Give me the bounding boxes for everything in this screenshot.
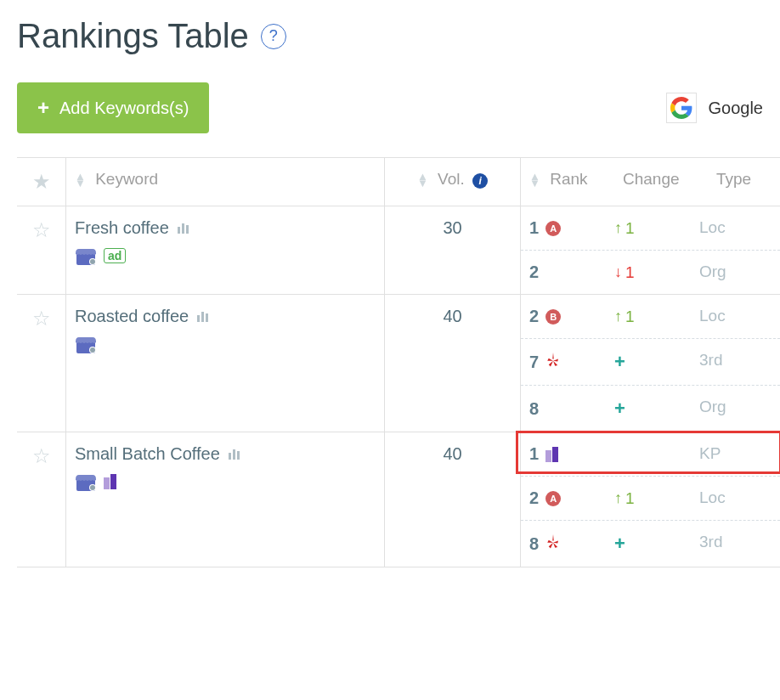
rank-value: 1: [529, 218, 539, 238]
add-keywords-label: Add Keywords(s): [59, 99, 189, 118]
rank-row[interactable]: 1 KP: [521, 432, 780, 476]
column-type: Type: [708, 158, 780, 206]
type-cell: Org: [699, 262, 767, 282]
rank-badge: A: [545, 491, 561, 506]
sort-icon: ▲▼: [417, 173, 428, 187]
rank-value: 2: [529, 262, 539, 282]
type-cell: Loc: [699, 307, 767, 326]
svg-point-1: [90, 259, 95, 264]
column-change-label: Change: [623, 170, 680, 188]
help-icon[interactable]: ?: [261, 24, 286, 49]
yelp-icon: [545, 534, 561, 554]
change-cell: +: [614, 533, 699, 555]
row-star[interactable]: ☆: [17, 432, 66, 567]
column-volume-label: Vol.: [438, 170, 465, 188]
volume-value: 30: [443, 218, 461, 237]
change-cell: ↑1: [614, 488, 699, 508]
arrow-up-icon: ↑: [614, 308, 622, 325]
sort-icon: ▲▼: [529, 173, 540, 187]
type-cell: 3rd: [699, 533, 767, 555]
column-rank[interactable]: ▲▼ Rank: [521, 158, 614, 206]
plus-icon: +: [37, 96, 49, 120]
rankings-table: ★ ▲▼ Keyword ▲▼ Vol. i ▲▼ Rank Change Ty…: [17, 157, 780, 567]
volume-cell: 30: [385, 206, 521, 294]
arrow-down-icon: ↓: [614, 263, 622, 281]
rank-badge: B: [545, 309, 561, 325]
keyword-text: Fresh coffee: [75, 218, 169, 238]
column-volume[interactable]: ▲▼ Vol. i: [385, 158, 521, 206]
volume-cell: 40: [385, 295, 521, 432]
rank-row[interactable]: 8 +Org: [521, 385, 780, 432]
keyword-cell[interactable]: Fresh coffeead: [66, 206, 385, 294]
rank-cell: 1 A↑1Loc2 ↓1Org: [521, 206, 780, 294]
svg-point-3: [90, 347, 95, 353]
keyword-text: Small Batch Coffee: [75, 444, 220, 464]
info-icon[interactable]: i: [472, 173, 488, 189]
change-cell: [614, 444, 699, 464]
rank-value: 8: [529, 399, 539, 419]
column-type-label: Type: [716, 170, 751, 188]
table-body: ☆Fresh coffeead301 A↑1Loc2 ↓1Org☆Roasted…: [17, 206, 780, 567]
column-rank-label: Rank: [550, 170, 587, 188]
change-value: 1: [625, 489, 635, 508]
type-cell: Loc: [699, 218, 767, 238]
rank-value: 8: [529, 534, 539, 554]
keyword-cell[interactable]: Roasted coffee: [66, 295, 385, 432]
change-cell: ↓1: [614, 262, 699, 282]
star-icon: ★: [32, 170, 51, 194]
svg-point-5: [90, 485, 95, 490]
type-cell: Loc: [699, 488, 767, 508]
google-icon: [666, 93, 697, 123]
table-row: ☆Fresh coffeead301 A↑1Loc2 ↓1Org: [17, 206, 780, 295]
rank-row[interactable]: 1 A↑1Loc: [521, 206, 780, 250]
kp-icon: [545, 447, 558, 462]
row-star[interactable]: ☆: [17, 206, 66, 294]
rank-value: 2: [529, 307, 539, 326]
store-icon: [75, 335, 97, 353]
search-engine-selector[interactable]: Google: [666, 93, 764, 123]
rank-cell: 1 KP2 A↑1Loc8 +3rd: [521, 432, 780, 567]
table-header: ★ ▲▼ Keyword ▲▼ Vol. i ▲▼ Rank Change Ty…: [17, 157, 780, 206]
change-cell: +: [614, 398, 699, 420]
plus-icon: +: [614, 351, 625, 373]
chart-icon[interactable]: [229, 449, 240, 460]
column-change: Change: [614, 158, 708, 206]
rank-cell: 2 B↑1Loc7 +3rd8 +Org: [521, 295, 780, 432]
plus-icon: +: [614, 398, 625, 420]
store-icon: [75, 246, 97, 265]
store-icon: [75, 472, 97, 491]
volume-value: 40: [443, 444, 461, 463]
rank-badge: A: [545, 221, 561, 236]
star-icon: ☆: [32, 444, 51, 468]
column-keyword-label: Keyword: [95, 170, 158, 188]
arrow-up-icon: ↑: [614, 219, 622, 237]
star-icon: ☆: [32, 218, 51, 242]
chart-icon[interactable]: [197, 312, 208, 322]
rank-row[interactable]: 2 ↓1Org: [521, 250, 780, 294]
rank-row[interactable]: 8 +3rd: [521, 520, 780, 567]
volume-cell: 40: [385, 432, 521, 567]
rank-row[interactable]: 2 A↑1Loc: [521, 476, 780, 520]
arrow-up-icon: ↑: [614, 489, 622, 507]
change-value: 1: [625, 263, 635, 282]
chart-icon[interactable]: [178, 223, 189, 234]
plus-icon: +: [614, 533, 625, 555]
yelp-icon: [545, 353, 561, 372]
ad-badge: ad: [104, 248, 126, 263]
rank-row[interactable]: 7 +3rd: [521, 338, 780, 385]
type-cell: 3rd: [699, 351, 767, 373]
type-cell: Org: [699, 398, 767, 420]
keyword-cell[interactable]: Small Batch Coffee: [66, 432, 385, 567]
table-row: ☆Small Batch Coffee401 KP2 A↑1Loc8 +3rd: [17, 432, 780, 567]
table-row: ☆Roasted coffee402 B↑1Loc7 +3rd8 +Org: [17, 295, 780, 432]
rank-value: 1: [529, 444, 539, 464]
change-value: 1: [625, 308, 635, 326]
volume-value: 40: [443, 307, 461, 325]
column-keyword[interactable]: ▲▼ Keyword: [66, 158, 385, 206]
change-value: 1: [625, 219, 635, 238]
change-cell: ↑1: [614, 218, 699, 238]
add-keywords-button[interactable]: + Add Keywords(s): [17, 82, 209, 133]
rank-row[interactable]: 2 B↑1Loc: [521, 295, 780, 338]
column-star[interactable]: ★: [17, 158, 66, 206]
row-star[interactable]: ☆: [17, 295, 66, 432]
